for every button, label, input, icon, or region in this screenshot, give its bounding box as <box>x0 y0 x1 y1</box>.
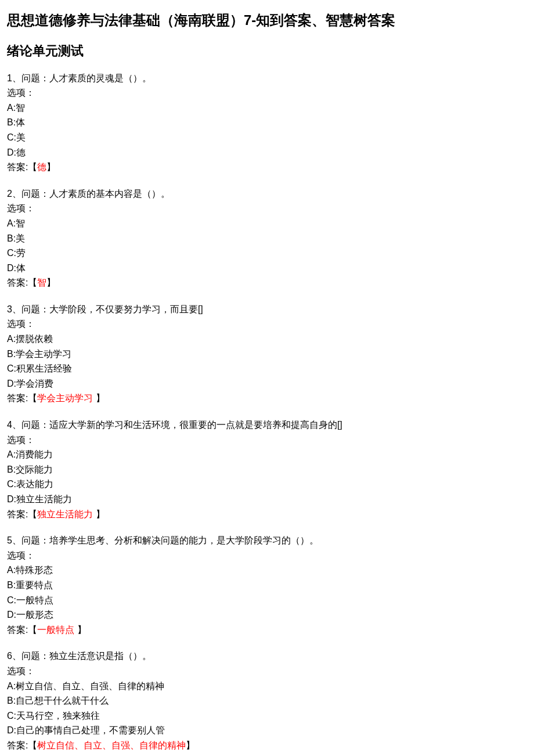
answer-label: 答案: <box>7 740 28 750</box>
answer-value: 一般特点 <box>37 625 77 635</box>
option-b: B:交际能力 <box>7 462 527 477</box>
bracket-open: 【 <box>28 509 37 519</box>
bracket-open: 【 <box>28 740 37 750</box>
question-text: 6、问题：独立生活意识是指（）。 <box>7 649 527 664</box>
answer-line: 答案:【树立自信、自立、自强、自律的精神】 <box>7 738 527 753</box>
answer-value: 智 <box>37 278 46 287</box>
question-block: 5、问题：培养学生思考、分析和解决问题的能力，是大学阶段学习的（）。 选项： A… <box>7 533 527 637</box>
answer-line: 答案:【德】 <box>7 160 527 175</box>
option-a: A:智 <box>7 100 527 116</box>
answer-value: 学会主动学习 <box>37 393 95 403</box>
answer-label: 答案: <box>7 162 28 172</box>
answer-line: 答案:【独立生活能力 】 <box>7 507 527 522</box>
option-c: C:积累生活经验 <box>7 361 527 376</box>
option-b: B:体 <box>7 115 527 130</box>
option-c: C:表达能力 <box>7 477 527 492</box>
question-block: 1、问题：人才素质的灵魂是（）。 选项： A:智 B:体 C:美 D:德 答案:… <box>7 71 527 175</box>
answer-value: 树立自信、自立、自强、自律的精神 <box>37 740 186 750</box>
option-b: B:美 <box>7 231 527 246</box>
answer-line: 答案:【一般特点 】 <box>7 622 527 638</box>
options-label: 选项： <box>7 316 527 332</box>
option-d: D:一般形态 <box>7 607 527 622</box>
question-block: 6、问题：独立生活意识是指（）。 选项： A:树立自信、自立、自强、自律的精神 … <box>7 649 527 753</box>
bracket-close: 】 <box>46 162 56 172</box>
bracket-close: 】 <box>96 509 105 519</box>
question-text: 4、问题：适应大学新的学习和生活环境，很重要的一点就是要培养和提高自身的[] <box>7 417 527 433</box>
page-title: 思想道德修养与法律基础（海南联盟）7-知到答案、智慧树答案 <box>7 9 527 31</box>
option-d: D:自己的事情自己处理，不需要别人管 <box>7 723 527 738</box>
answer-line: 答案:【学会主动学习 】 <box>7 391 527 406</box>
answer-label: 答案: <box>7 278 28 287</box>
option-c: C:天马行空，独来独往 <box>7 708 527 723</box>
answer-line: 答案:【智】 <box>7 275 527 290</box>
option-b: B:自己想干什么就干什么 <box>7 693 527 708</box>
question-text: 1、问题：人才素质的灵魂是（）。 <box>7 71 527 86</box>
options-label: 选项： <box>7 85 527 100</box>
option-b: B:重要特点 <box>7 578 527 593</box>
options-label: 选项： <box>7 201 527 216</box>
bracket-open: 【 <box>28 278 37 287</box>
answer-value: 德 <box>37 162 46 172</box>
question-text: 3、问题：大学阶段，不仅要努力学习，而且要[] <box>7 302 527 317</box>
option-a: A:智 <box>7 216 527 231</box>
answer-label: 答案: <box>7 393 28 403</box>
option-c: C:劳 <box>7 246 527 261</box>
option-a: A:摆脱依赖 <box>7 332 527 347</box>
question-text: 5、问题：培养学生思考、分析和解决问题的能力，是大学阶段学习的（）。 <box>7 533 527 548</box>
answer-value: 独立生活能力 <box>37 509 95 519</box>
answer-label: 答案: <box>7 509 28 519</box>
question-block: 3、问题：大学阶段，不仅要努力学习，而且要[] 选项： A:摆脱依赖 B:学会主… <box>7 302 527 406</box>
question-block: 4、问题：适应大学新的学习和生活环境，很重要的一点就是要培养和提高自身的[] 选… <box>7 417 527 521</box>
bracket-close: 】 <box>186 740 195 750</box>
option-d: D:独立生活能力 <box>7 492 527 507</box>
bracket-close: 】 <box>77 625 86 635</box>
option-d: D:学会消费 <box>7 376 527 391</box>
question-block: 2、问题：人才素质的基本内容是（）。 选项： A:智 B:美 C:劳 D:体 答… <box>7 186 527 290</box>
option-c: C:一般特点 <box>7 593 527 608</box>
option-c: C:美 <box>7 130 527 145</box>
section-title: 绪论单元测试 <box>7 41 527 61</box>
option-a: A:特殊形态 <box>7 563 527 578</box>
answer-label: 答案: <box>7 625 28 635</box>
bracket-close: 】 <box>96 393 105 403</box>
option-b: B:学会主动学习 <box>7 347 527 362</box>
bracket-open: 【 <box>28 393 37 403</box>
bracket-close: 】 <box>46 278 56 287</box>
option-d: D:体 <box>7 261 527 276</box>
options-label: 选项： <box>7 664 527 679</box>
options-label: 选项： <box>7 548 527 563</box>
question-text: 2、问题：人才素质的基本内容是（）。 <box>7 186 527 201</box>
option-d: D:德 <box>7 145 527 160</box>
option-a: A:树立自信、自立、自强、自律的精神 <box>7 679 527 694</box>
options-label: 选项： <box>7 433 527 448</box>
bracket-open: 【 <box>28 625 37 635</box>
option-a: A:消费能力 <box>7 447 527 462</box>
bracket-open: 【 <box>28 162 37 172</box>
